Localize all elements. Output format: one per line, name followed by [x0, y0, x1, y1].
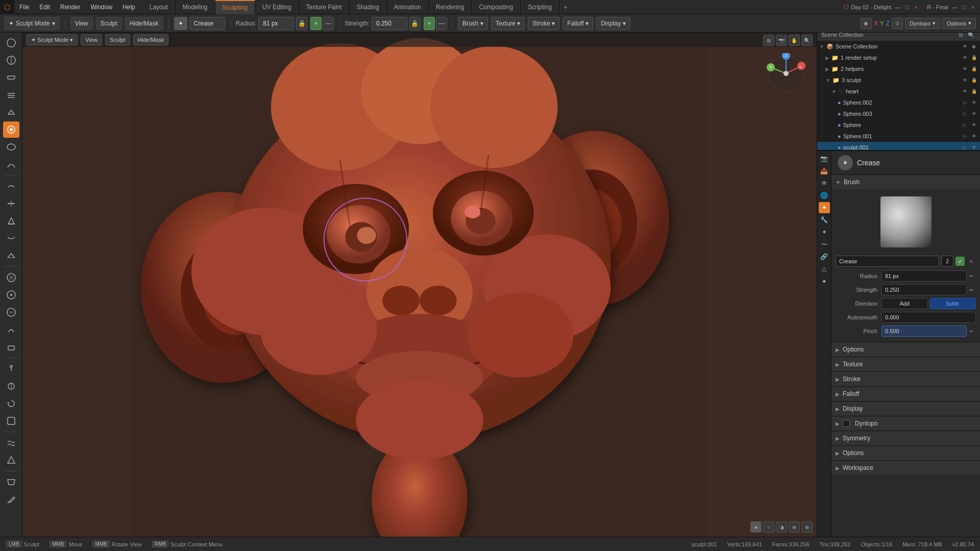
r-icon-modifier2[interactable]: 🔧	[819, 214, 830, 226]
falloff-section-header[interactable]: ▶ Falloff	[831, 387, 980, 401]
view-menu-btn[interactable]: View	[70, 17, 93, 30]
workspace-section-header[interactable]: ▶ Workspace	[831, 461, 980, 475]
tool-cloth[interactable]	[3, 435, 19, 451]
ol-eye-scene[interactable]: 👁	[961, 42, 969, 51]
outliner-sculpt-001[interactable]: ● sculpt.001 ▷ 👁	[817, 142, 980, 150]
tool-annotate[interactable]	[3, 491, 19, 508]
outliner-sphere[interactable]: ● Sphere ▷ 👁	[817, 119, 980, 131]
ol-sym-sculpt-001[interactable]: ▷	[961, 143, 969, 150]
menu-render[interactable]: Render	[55, 0, 85, 14]
symmetry-section-header[interactable]: ▶ Symmetry	[831, 431, 980, 445]
tab-uv-editing[interactable]: UV Editing	[255, 0, 299, 14]
vp-shading-material[interactable]: ○	[763, 521, 774, 533]
tool-nudge[interactable]	[3, 378, 19, 394]
autosmooth-input[interactable]: 0.000	[881, 312, 976, 323]
ol-eye-render[interactable]: 👁	[961, 54, 969, 62]
tool-thumb[interactable]	[3, 339, 19, 355]
vp-icon-quad[interactable]: ⊞	[763, 35, 774, 46]
crease-close[interactable]: ×	[967, 257, 976, 266]
pinch-input[interactable]: 0.500	[881, 325, 967, 337]
vp-icon-hand[interactable]: ✋	[789, 35, 800, 46]
tab-scripting[interactable]: Scripting	[521, 0, 559, 14]
tab-animation[interactable]: Animation	[387, 0, 429, 14]
brush-section-header[interactable]: ▼ Brush	[831, 175, 980, 189]
stroke-section-header[interactable]: ▶ Stroke	[831, 372, 980, 386]
tool-snake-hook[interactable]	[3, 321, 19, 338]
radius-edit-icon[interactable]: ✏	[967, 270, 976, 282]
radius-value[interactable]: 81 px	[258, 17, 294, 30]
ol-eye-sculpt-col[interactable]: 👁	[961, 76, 969, 84]
win-minimize-2[interactable]: —	[950, 4, 959, 10]
tool-multiplane[interactable]	[3, 247, 19, 264]
tool-layer[interactable]	[3, 104, 19, 120]
mode-selector[interactable]: ✦ Sculpt Mode ▾	[4, 17, 60, 30]
ol-lock-heart[interactable]: 🔒	[970, 87, 978, 95]
ol-sym-sphere-003[interactable]: ▷	[961, 110, 969, 118]
texture-section-header[interactable]: ▶ Texture	[831, 357, 980, 371]
tool-fill[interactable]	[3, 213, 19, 229]
tab-shading[interactable]: Shading	[350, 0, 387, 14]
ol-eye-sphere[interactable]: 👁	[970, 121, 978, 129]
ol-eye-sphere-001[interactable]: 👁	[970, 132, 978, 140]
viewport-3d[interactable]: ✦ Sculpt Mode ▾ View Sculpt Hide/Mask ⊞ …	[22, 33, 817, 537]
radius-prop-input[interactable]: 81 px	[881, 270, 967, 282]
menu-edit[interactable]: Edit	[34, 0, 55, 14]
menu-help[interactable]: Help	[117, 0, 140, 14]
ol-eye-heart[interactable]: 👁	[961, 87, 969, 95]
vp-hide-mask[interactable]: Hide/Mask	[133, 34, 169, 45]
tab-texture-paint[interactable]: Texture Paint	[299, 0, 350, 14]
ol-eye-sphere-002[interactable]: 👁	[970, 98, 978, 107]
tool-inflate[interactable]	[3, 121, 19, 138]
radius-add[interactable]: +	[310, 17, 322, 30]
tool-simplify[interactable]	[3, 452, 19, 468]
r-icon-material2[interactable]: ●	[819, 276, 830, 287]
win-maximize-2[interactable]: □	[961, 4, 968, 10]
ol-lock-helpers[interactable]: 🔒	[970, 65, 978, 73]
vp-shading-rendered[interactable]: ◑	[776, 521, 787, 533]
win-close-2[interactable]: ×	[970, 4, 976, 10]
direction-sub-btn[interactable]: Subtr.	[930, 298, 976, 309]
tool-grab[interactable]	[3, 287, 19, 303]
tool-pose[interactable]	[3, 361, 19, 377]
tool-pinch[interactable]	[3, 269, 19, 286]
tool-crease[interactable]	[3, 156, 19, 172]
vp-shading-xray[interactable]: ⊗	[801, 521, 813, 533]
ol-eye-sculpt-001[interactable]: 👁	[970, 143, 978, 150]
radius-lock[interactable]: 🔒	[296, 17, 307, 30]
display-dropdown[interactable]: Display ▾	[596, 17, 630, 30]
outliner-render-setup[interactable]: ▶ 📁 1 render setup 👁 🔒	[817, 52, 980, 63]
radius-sub[interactable]: —	[323, 17, 334, 30]
add-workspace-tab[interactable]: +	[559, 0, 572, 14]
ol-restrict-scene[interactable]: ◉	[970, 42, 978, 51]
tool-clay-strips[interactable]	[3, 87, 19, 103]
tab-modeling[interactable]: Modeling	[176, 0, 215, 14]
direction-add-btn[interactable]: Add	[881, 298, 928, 309]
vp-shading-overlay[interactable]: ⊕	[789, 521, 800, 533]
dyntopo-checkbox[interactable]	[843, 420, 850, 427]
tool-flatten[interactable]	[3, 195, 19, 212]
outliner-sphere-001[interactable]: ● Sphere.001 ▷ 👁	[817, 131, 980, 142]
crease-check[interactable]: ✓	[955, 257, 965, 266]
ol-lock-render[interactable]: 🔒	[970, 54, 978, 62]
r-icon-render[interactable]: 📷	[819, 153, 830, 164]
crease-name-input[interactable]: Crease	[836, 256, 939, 267]
tool-smooth[interactable]	[3, 178, 19, 194]
strength-edit-icon[interactable]: ✏	[967, 284, 976, 295]
r-icon-active-brush[interactable]: ✦	[819, 202, 830, 213]
strength-add[interactable]: +	[424, 17, 435, 30]
texture-dropdown[interactable]: Texture ▾	[491, 17, 525, 30]
strength-lock[interactable]: 🔒	[409, 17, 421, 30]
ol-lock-sculpt-col[interactable]: 🔒	[970, 76, 978, 84]
vp-sculpt[interactable]: Sculpt	[105, 34, 130, 45]
properties-scroll[interactable]: ✦ Crease ▼ Brush	[831, 151, 980, 551]
tool-elastic[interactable]	[3, 304, 19, 320]
tool-clay[interactable]	[3, 69, 19, 86]
strength-value[interactable]: 0.250	[372, 17, 407, 30]
vp-mode-select[interactable]: ✦ Sculpt Mode ▾	[27, 34, 78, 45]
strength-sub[interactable]: —	[436, 17, 447, 30]
tool-blob[interactable]	[3, 139, 19, 155]
outliner-scene-collection[interactable]: ▼ 📦 Scene Collection 👁 ◉	[817, 41, 980, 52]
tab-compositing[interactable]: Compositing	[472, 0, 521, 14]
win-close-1[interactable]: ×	[913, 4, 919, 10]
outliner-heart[interactable]: ▼ ♡ heart 👁 🔒	[817, 86, 980, 97]
